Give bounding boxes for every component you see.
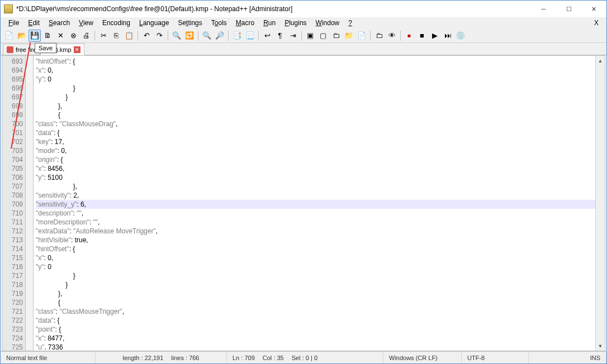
savemacro-icon[interactable]: 💿 bbox=[454, 30, 467, 42]
find-icon[interactable]: 🔍 bbox=[170, 30, 183, 42]
menu-edit[interactable]: Edit bbox=[23, 18, 44, 28]
save-tooltip: Save bbox=[35, 43, 56, 53]
title-bar: *D:\LDPlayer\vms\recommendConfigs\free f… bbox=[1, 1, 606, 17]
status-encoding: UTF-8 bbox=[462, 352, 529, 363]
copy-icon[interactable]: ⎘ bbox=[110, 30, 122, 42]
open-icon[interactable]: 📂 bbox=[16, 30, 28, 42]
wrap-icon[interactable]: ↩ bbox=[261, 30, 273, 42]
menu-language[interactable]: Language bbox=[135, 18, 173, 28]
menu-run[interactable]: Run bbox=[259, 18, 280, 28]
menu-close-doc[interactable]: X bbox=[590, 18, 603, 28]
status-bar: Normal text file length : 22,191 lines :… bbox=[1, 351, 606, 363]
maximize-button[interactable]: ☐ bbox=[556, 1, 581, 17]
sync-v-icon[interactable]: 📑 bbox=[231, 30, 243, 42]
closeall-icon[interactable]: ⊗ bbox=[67, 30, 79, 42]
vertical-scrollbar[interactable]: ▲ ▼ bbox=[595, 56, 605, 351]
toolbar: 📄 📂 💾 🗎 ✕ ⊗ 🖨 ✂ ⎘ 📋 ↶ ↷ 🔍 🔁 🔍 🔎 📑 📃 ↩ ¶ … bbox=[1, 28, 606, 43]
tab-close-icon[interactable]: ✕ bbox=[74, 46, 80, 53]
new-icon[interactable]: 📄 bbox=[3, 30, 15, 42]
doc-icon-1[interactable]: 🗀 bbox=[330, 30, 342, 42]
minimize-button[interactable]: ─ bbox=[531, 1, 556, 17]
menu-bar: File Edit Search View Encoding Language … bbox=[1, 17, 606, 28]
undo-icon[interactable]: ↶ bbox=[140, 30, 153, 42]
app-icon bbox=[4, 4, 13, 13]
tab-label: free fire bbox=[16, 46, 36, 53]
fold-icon[interactable]: ▣ bbox=[304, 30, 316, 42]
saveall-icon[interactable]: 🗎 bbox=[41, 30, 54, 42]
menu-plugins[interactable]: Plugins bbox=[280, 18, 311, 28]
menu-macro[interactable]: Macro bbox=[231, 18, 259, 28]
menu-window[interactable]: Window bbox=[311, 18, 344, 28]
replace-icon[interactable]: 🔁 bbox=[183, 30, 196, 42]
sync-h-icon[interactable]: 📃 bbox=[244, 30, 256, 42]
print-icon[interactable]: 🖨 bbox=[80, 30, 92, 42]
folder-icon[interactable]: 🗀 bbox=[373, 30, 385, 42]
editor[interactable]: 6936946956966976986997007017027037047057… bbox=[2, 55, 605, 351]
fold-gutter[interactable] bbox=[26, 56, 34, 351]
line-number-gutter: 6936946956966976986997007017027037047057… bbox=[2, 56, 26, 351]
paste-icon[interactable]: 📋 bbox=[123, 30, 135, 42]
zoomin-icon[interactable]: 🔍 bbox=[201, 30, 213, 42]
menu-encoding[interactable]: Encoding bbox=[98, 18, 135, 28]
scroll-down-icon[interactable]: ▼ bbox=[596, 341, 605, 351]
playm-icon[interactable]: ⏭ bbox=[442, 30, 454, 42]
status-length: length : 22,191 lines : 766 bbox=[96, 352, 227, 363]
scroll-up-icon[interactable]: ▲ bbox=[596, 56, 605, 65]
redo-icon[interactable]: ↷ bbox=[153, 30, 165, 42]
monitor-icon[interactable]: 👁 bbox=[386, 30, 398, 42]
menu-view[interactable]: View bbox=[74, 18, 98, 28]
tab-bar: free fire fault).kmp ✕ bbox=[1, 43, 606, 55]
cut-icon[interactable]: ✂ bbox=[97, 30, 110, 42]
menu-help[interactable]: ? bbox=[344, 18, 357, 28]
save-button[interactable]: 💾 bbox=[29, 30, 41, 42]
record-icon[interactable]: ● bbox=[403, 30, 415, 42]
unfold-icon[interactable]: ▢ bbox=[317, 30, 329, 42]
window-title: *D:\LDPlayer\vms\recommendConfigs\free f… bbox=[16, 5, 531, 13]
doc-icon-3[interactable]: 📄 bbox=[355, 30, 368, 42]
close-button[interactable]: ✕ bbox=[581, 1, 606, 17]
menu-file[interactable]: File bbox=[4, 18, 23, 28]
status-ins: INS bbox=[529, 352, 606, 363]
menu-search[interactable]: Search bbox=[44, 18, 74, 28]
doc-icon-2[interactable]: 📁 bbox=[343, 30, 355, 42]
indent-icon[interactable]: ⇥ bbox=[287, 30, 299, 42]
close-doc-icon[interactable]: ✕ bbox=[54, 30, 67, 42]
stop-icon[interactable]: ■ bbox=[416, 30, 428, 42]
menu-settings[interactable]: Settings bbox=[173, 18, 206, 28]
status-eol: Windows (CR LF) bbox=[383, 352, 462, 363]
zoomout-icon[interactable]: 🔎 bbox=[214, 30, 226, 42]
menu-tools[interactable]: Tools bbox=[207, 18, 231, 28]
allchars-icon[interactable]: ¶ bbox=[274, 30, 286, 42]
status-cursor: Ln : 709 Col : 35 Sel : 0 | 0 bbox=[227, 352, 383, 363]
tab-modified-icon bbox=[7, 46, 13, 53]
status-filetype: Normal text file bbox=[1, 352, 96, 363]
play-icon[interactable]: ▶ bbox=[429, 30, 441, 42]
code-area[interactable]: "hintOffset": { "x": 0, "y": 0 } } }, { … bbox=[34, 56, 605, 351]
